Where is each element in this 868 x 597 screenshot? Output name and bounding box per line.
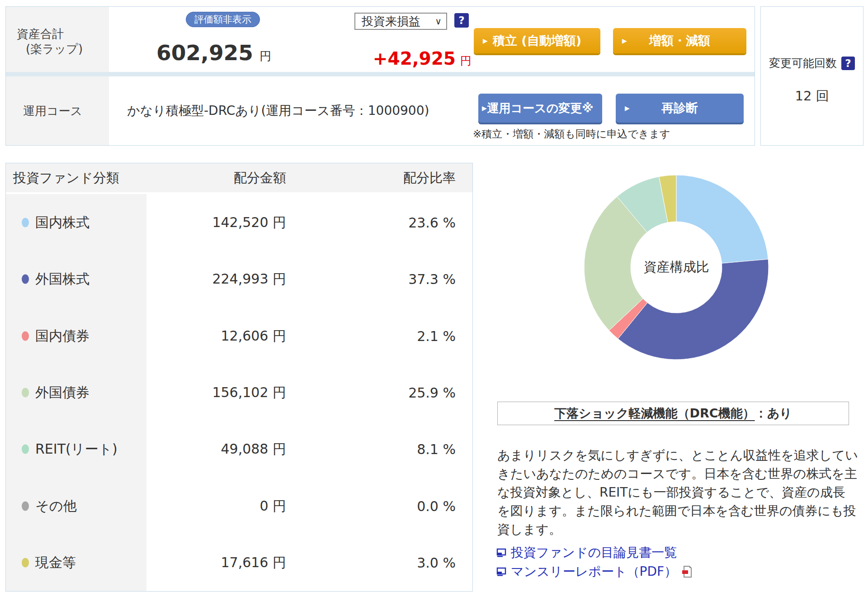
- donut-segment-国内株式: [676, 175, 768, 263]
- pl-amount-unit: 円: [460, 53, 472, 68]
- header-fund-category: 投資ファンド分類: [13, 163, 119, 192]
- allocation-ratio: 37.3 %: [408, 271, 456, 287]
- asset-total-label-line1: 資産合計: [6, 27, 109, 41]
- category-bullet-icon: [22, 275, 29, 284]
- total-asset-value: 602,925: [156, 40, 253, 65]
- category-label: 外国債券: [35, 383, 90, 402]
- change-count-value: 12 回: [761, 87, 863, 105]
- category-bullet-icon: [22, 218, 29, 227]
- allocation-ratio: 8.1 %: [417, 441, 456, 457]
- pl-period-select[interactable]: 投資来損益 ∨: [354, 13, 447, 30]
- accumulate-button-label: 積立 (自動増額): [493, 33, 581, 49]
- document-link-label: マンスリーレポート（PDF）: [511, 563, 677, 580]
- drc-title: 下落ショック軽減機能（DRC機能）: [554, 405, 755, 422]
- change-course-button-label: 運用コースの変更※: [487, 100, 593, 116]
- list-item[interactable]: 投資ファンドの目論見書一覧: [496, 544, 692, 561]
- course-row: 運用コース かなり積極型-DRCあり(運用コース番号：1000900) ▶ 運用…: [6, 76, 755, 145]
- category-bullet-icon: [22, 501, 29, 511]
- category-label: 国内株式: [35, 213, 90, 232]
- document-links: 投資ファンドの目論見書一覧 マンスリーレポート（PDF）: [496, 544, 692, 580]
- arrow-right-icon: ▶: [483, 37, 488, 44]
- allocation-amount: 0 円: [259, 497, 286, 515]
- pl-amount: +42,925 円: [318, 48, 472, 69]
- allocation-amount: 17,616 円: [221, 554, 286, 572]
- allocation-amount: 156,102 円: [212, 383, 286, 402]
- allocation-amount: 142,520 円: [212, 213, 286, 232]
- arrow-right-icon: ▶: [482, 104, 487, 112]
- summary-panel: 資産合計 (楽ラップ) 評価額非表示 602,925 円 投資来損益 ∨ ? +…: [5, 6, 755, 146]
- category-bullet-icon: [22, 445, 29, 454]
- list-item[interactable]: マンスリーレポート（PDF）: [496, 563, 692, 580]
- increase-decrease-button[interactable]: ▶ 増額・減額: [613, 28, 746, 53]
- category-label: 国内債券: [35, 327, 90, 345]
- rakuwrap-portfolio-page: 資産合計 (楽ラップ) 評価額非表示 602,925 円 投資来損益 ∨ ? +…: [0, 0, 868, 597]
- category-bullet-icon: [22, 388, 29, 397]
- change-count-header: 変更可能回数 ?: [761, 56, 863, 71]
- document-link-label: 投資ファンドの目論見書一覧: [511, 544, 677, 561]
- table-row: 外国債券 156,102 円 25.9 %: [6, 364, 472, 421]
- table-row: 外国株式 224,993 円 37.3 %: [6, 251, 472, 307]
- increase-decrease-button-label: 増額・減額: [649, 33, 710, 49]
- allocation-ratio: 2.1 %: [417, 328, 456, 344]
- drc-feature-box: 下落ショック軽減機能（DRC機能）：あり: [497, 402, 849, 425]
- category-label: その他: [35, 497, 76, 515]
- change-course-button[interactable]: ▶ 運用コースの変更※: [478, 94, 602, 123]
- allocation-ratio: 25.9 %: [408, 384, 456, 400]
- drc-status: ：あり: [755, 405, 792, 422]
- row-divider: [6, 72, 755, 76]
- course-description: あまりリスクを気にしすぎずに、とことん収益性を追求していきたいあなたのためのコー…: [497, 446, 858, 539]
- pl-amount-value: +42,925: [373, 48, 456, 69]
- rediagnose-button-label: 再診断: [661, 100, 698, 116]
- allocation-ratio: 23.6 %: [408, 214, 456, 230]
- header-allocation-ratio: 配分比率: [403, 163, 456, 192]
- chevron-down-icon: ∨: [435, 16, 442, 27]
- allocation-rows: 国内株式 142,520 円 23.6 % 外国株式 224,993 円 37.…: [6, 194, 472, 591]
- total-asset-amount: 602,925 円: [137, 40, 291, 65]
- change-count-help-icon[interactable]: ?: [841, 57, 855, 70]
- pl-period-value: 投資来損益: [362, 14, 420, 29]
- table-row: その他 0 円 0.0 %: [6, 478, 472, 534]
- total-asset-unit: 円: [259, 48, 271, 64]
- change-count-label: 変更可能回数: [769, 56, 837, 71]
- external-link-icon: [496, 548, 506, 557]
- table-row: 国内債券 12,606 円 2.1 %: [6, 308, 472, 364]
- header-allocation-amount: 配分金額: [234, 163, 286, 192]
- asset-composition-donut-chart: [582, 173, 770, 361]
- category-label: 現金等: [35, 554, 76, 572]
- category-bullet-icon: [22, 331, 29, 341]
- allocation-table: 投資ファンド分類 配分金額 配分比率 国内株式 142,520 円 23.6 %…: [5, 163, 473, 592]
- allocation-amount: 12,606 円: [221, 327, 286, 345]
- table-row: REIT(リート) 49,088 円 8.1 %: [6, 421, 472, 478]
- course-value: かなり積極型-DRCあり(運用コース番号：1000900): [127, 76, 429, 145]
- category-bullet-icon: [22, 558, 29, 568]
- asset-total-row: 資産合計 (楽ラップ) 評価額非表示 602,925 円 投資来損益 ∨ ? +…: [6, 7, 755, 72]
- course-note: ※積立・増額・減額も同時に申込できます: [473, 127, 670, 141]
- hide-valuation-button[interactable]: 評価額非表示: [186, 12, 260, 27]
- change-count-panel: 変更可能回数 ? 12 回: [760, 6, 863, 146]
- table-row: 現金等 17,616 円 3.0 %: [6, 535, 472, 591]
- accumulate-button[interactable]: ▶ 積立 (自動増額): [474, 28, 600, 53]
- rediagnose-button[interactable]: ▶ 再診断: [616, 94, 744, 123]
- allocation-amount: 224,993 円: [212, 270, 286, 289]
- asset-total-label: 資産合計 (楽ラップ): [6, 7, 109, 72]
- allocation-table-header: 投資ファンド分類 配分金額 配分比率: [6, 163, 472, 192]
- external-link-icon: [496, 567, 506, 576]
- category-label: 外国株式: [35, 270, 90, 289]
- arrow-right-icon: ▶: [622, 37, 627, 44]
- category-label: REIT(リート): [35, 440, 118, 459]
- allocation-ratio: 0.0 %: [417, 498, 456, 514]
- allocation-amount: 49,088 円: [221, 440, 286, 459]
- pdf-icon: [681, 565, 692, 578]
- pl-help-icon[interactable]: ?: [454, 13, 469, 28]
- arrow-right-icon: ▶: [625, 104, 630, 112]
- table-row: 国内株式 142,520 円 23.6 %: [6, 194, 472, 251]
- course-label: 運用コース: [6, 76, 109, 145]
- allocation-ratio: 3.0 %: [417, 555, 456, 571]
- asset-total-label-line2: (楽ラップ): [6, 41, 109, 57]
